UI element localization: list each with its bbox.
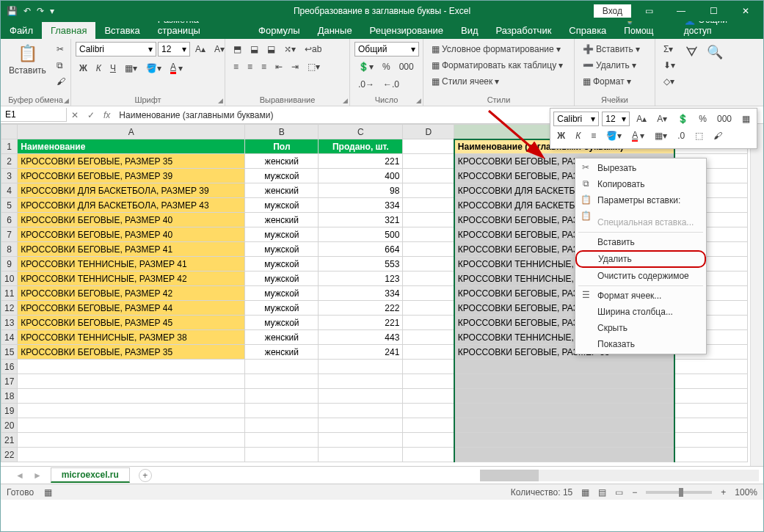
cell[interactable]: 222 <box>319 301 403 316</box>
row-header[interactable]: 2 <box>1 154 18 169</box>
wrap-text-icon[interactable]: ↩ab <box>301 42 325 57</box>
cell[interactable]: 334 <box>319 286 403 301</box>
clipboard-launcher-icon[interactable]: ◢ <box>64 97 69 104</box>
mini-currency-icon[interactable]: 💲 <box>674 112 692 126</box>
cell[interactable]: 321 <box>319 213 403 227</box>
row-header[interactable]: 18 <box>1 389 18 404</box>
row-header[interactable]: 11 <box>1 286 18 301</box>
font-color-icon[interactable]: A▾ <box>167 59 186 76</box>
row-header[interactable]: 13 <box>1 316 18 330</box>
comma-icon[interactable]: 000 <box>396 59 418 74</box>
cell[interactable] <box>674 433 748 448</box>
cell[interactable] <box>674 360 748 374</box>
cell[interactable]: КРОССОВКИ БЕГОВЫЕ, РАЗМЕР 39 <box>18 169 245 183</box>
cell[interactable] <box>674 448 748 462</box>
cell[interactable] <box>403 198 454 213</box>
mini-merge-icon[interactable]: ⬚ <box>691 128 707 143</box>
cell-styles-button[interactable]: ▦ Стили ячеек ▾ <box>428 74 503 89</box>
align-center-icon[interactable]: ≡ <box>244 59 256 74</box>
tab-view[interactable]: Вид <box>452 22 487 39</box>
cell[interactable] <box>18 374 245 389</box>
cell[interactable]: КРОССОВКИ БЕГОВЫЕ, РАЗМЕР 35 <box>18 154 245 169</box>
cell[interactable]: 400 <box>319 169 403 183</box>
cell[interactable] <box>319 374 403 389</box>
cell[interactable] <box>319 389 403 404</box>
ctx-column-width[interactable]: Ширина столбца... <box>575 304 706 320</box>
align-left-icon[interactable]: ≡ <box>230 59 242 74</box>
sort-filter-icon[interactable]: ᗊ <box>682 43 702 62</box>
cell[interactable]: 98 <box>319 183 403 198</box>
row-header[interactable]: 6 <box>1 213 18 227</box>
mini-inc-font-icon[interactable]: A▴ <box>633 112 650 126</box>
row-header[interactable]: 20 <box>1 418 18 433</box>
cell[interactable]: КРОССОВКИ БЕГОВЫЕ, РАЗМЕР 40 <box>18 227 245 242</box>
cell[interactable]: женский <box>245 183 319 198</box>
ctx-copy[interactable]: ⧉Копировать <box>575 176 706 192</box>
col-header-C[interactable]: C <box>319 125 403 139</box>
name-box[interactable]: E1 <box>1 108 67 122</box>
clear-icon[interactable]: ◇▾ <box>660 74 679 89</box>
cell[interactable] <box>454 374 674 389</box>
cell[interactable]: мужской <box>245 242 319 257</box>
save-icon[interactable]: 💾 <box>7 6 18 16</box>
cell[interactable]: КРОССОВКИ БЕГОВЫЕ, РАЗМЕР 42 <box>18 286 245 301</box>
cell[interactable] <box>403 433 454 448</box>
cell[interactable]: КРОССОВКИ БЕГОВЫЕ, РАЗМЕР 40 <box>18 213 245 227</box>
cell[interactable]: КРОССОВКИ БЕГОВЫЕ, РАЗМЕР 45 <box>18 316 245 330</box>
cell[interactable]: КРОССОВКИ БЕГОВЫЕ, РАЗМЕР 41 <box>18 242 245 257</box>
cell[interactable]: Наименование <box>18 139 245 154</box>
login-button[interactable]: Вход <box>594 4 631 18</box>
mini-align-icon[interactable]: ≡ <box>587 128 600 143</box>
cell[interactable] <box>403 418 454 433</box>
cell[interactable] <box>403 139 454 154</box>
ctx-cut[interactable]: ✂Вырезать <box>575 160 706 176</box>
cell[interactable]: мужской <box>245 257 319 272</box>
macro-rec-icon[interactable]: ▦ <box>44 487 52 498</box>
format-painter-icon[interactable]: 🖌 <box>53 74 69 89</box>
cell[interactable] <box>18 433 245 448</box>
minimize-icon[interactable]: — <box>666 1 696 21</box>
cell[interactable] <box>18 389 245 404</box>
cancel-formula-icon[interactable]: ✕ <box>67 110 83 120</box>
formula-input[interactable]: Наименование (заглавными буквами) <box>114 109 277 122</box>
cell[interactable]: 664 <box>319 242 403 257</box>
mini-cond-icon[interactable]: ▦ <box>738 112 754 126</box>
font-launcher-icon[interactable]: ◢ <box>218 97 223 104</box>
cell[interactable]: мужской <box>245 301 319 316</box>
cell[interactable]: Продано, шт. <box>319 139 403 154</box>
cell[interactable] <box>403 448 454 462</box>
cell[interactable]: КРОССОВКИ БЕГОВЫЕ, РАЗМЕР 35 <box>18 345 245 360</box>
cell[interactable] <box>18 418 245 433</box>
tab-developer[interactable]: Разработчик <box>487 22 561 39</box>
italic-button[interactable]: К <box>92 61 105 76</box>
ctx-delete[interactable]: Удалить <box>575 250 706 268</box>
underline-button[interactable]: Ч <box>106 61 120 76</box>
cell[interactable] <box>403 374 454 389</box>
fill-icon[interactable]: ⬇▾ <box>660 58 679 73</box>
fx-icon[interactable]: fx <box>99 110 114 120</box>
cell[interactable] <box>674 418 748 433</box>
ctx-clear[interactable]: Очистить содержимое <box>575 268 706 284</box>
tab-formulas[interactable]: Формулы <box>250 22 309 39</box>
cell[interactable] <box>18 448 245 462</box>
cell[interactable]: женский <box>245 154 319 169</box>
ctx-hide[interactable]: Скрыть <box>575 320 706 336</box>
cell[interactable] <box>403 301 454 316</box>
cell[interactable]: 221 <box>319 316 403 330</box>
tab-data[interactable]: Данные <box>309 22 361 39</box>
view-break-icon[interactable]: ▭ <box>615 487 623 498</box>
ctx-insert[interactable]: Вставить <box>575 234 706 250</box>
align-top-icon[interactable]: ⬒ <box>230 42 245 57</box>
cell[interactable] <box>674 374 748 389</box>
cell[interactable] <box>403 345 454 360</box>
cell[interactable]: Пол <box>245 139 319 154</box>
row-header[interactable]: 22 <box>1 448 18 462</box>
row-header[interactable]: 9 <box>1 257 18 272</box>
increase-font-icon[interactable]: A▴ <box>192 42 209 57</box>
font-size-combo[interactable]: 12▾ <box>158 42 190 57</box>
cell[interactable] <box>245 433 319 448</box>
cell[interactable]: мужской <box>245 198 319 213</box>
col-header-A[interactable]: A <box>18 125 245 139</box>
mini-painter-icon[interactable]: 🖌 <box>710 128 726 143</box>
cell[interactable] <box>18 404 245 418</box>
